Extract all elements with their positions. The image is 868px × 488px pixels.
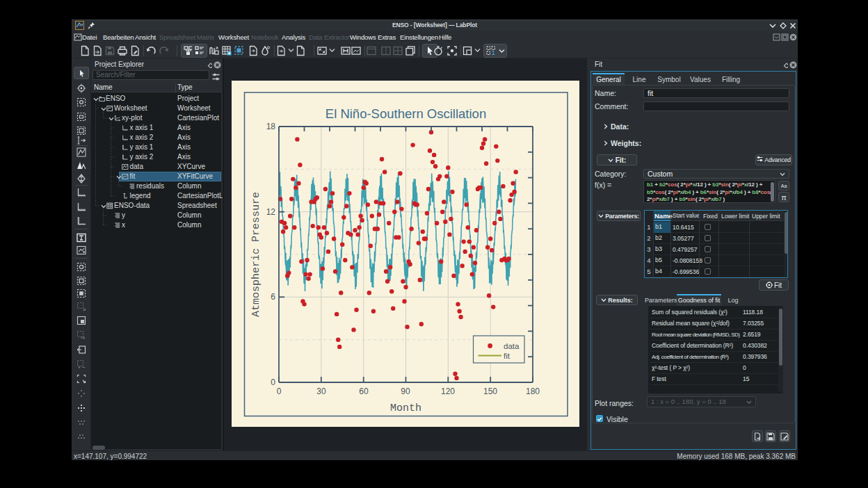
svg-text:180: 180 (526, 387, 540, 396)
svg-text:0: 0 (277, 387, 282, 396)
svg-text:12: 12 (266, 207, 276, 217)
svg-text:18: 18 (266, 122, 276, 131)
svg-text:fit: fit (504, 352, 511, 360)
svg-text:Month: Month (390, 402, 421, 414)
svg-text:150: 150 (483, 387, 497, 396)
svg-text:90: 90 (401, 387, 410, 396)
svg-text:El Niño-Southern Oscillation: El Niño-Southern Oscillation (326, 106, 486, 121)
svg-text:data: data (504, 342, 520, 350)
svg-text:60: 60 (359, 387, 369, 396)
svg-text:6: 6 (271, 292, 275, 302)
svg-text:120: 120 (441, 387, 455, 396)
svg-text:30: 30 (316, 387, 326, 396)
svg-text:1: 1 (492, 49, 495, 56)
svg-text:Atmospheric Pressure: Atmospheric Pressure (250, 192, 262, 317)
svg-text:0: 0 (271, 377, 275, 387)
